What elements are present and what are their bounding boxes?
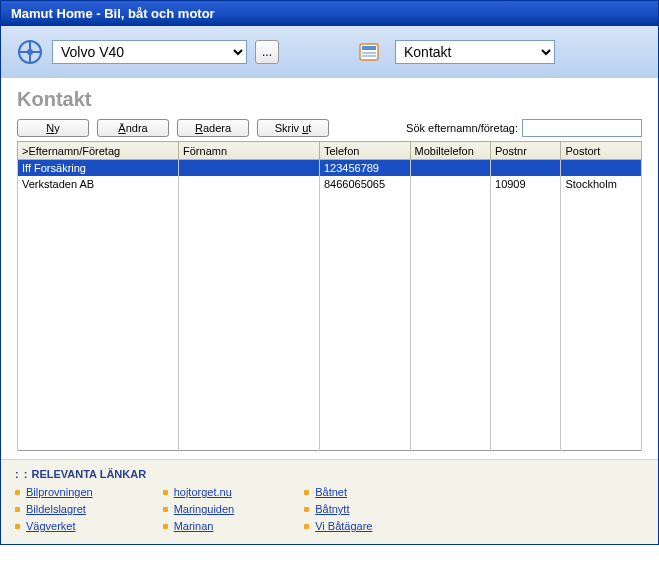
cell: 10909 [491, 176, 561, 192]
table-row[interactable]: Verkstaden AB846606506510909Stockholm [18, 176, 642, 192]
delete-button[interactable]: Radera [177, 119, 249, 137]
links-section: : : RELEVANTA LÄNKAR BilprovningenBildel… [1, 459, 658, 544]
link[interactable]: hojtorget.nu [174, 486, 232, 498]
bullet-icon [15, 524, 20, 529]
page-title: Kontakt [17, 88, 642, 111]
col-phone[interactable]: Telefon [319, 142, 410, 160]
cell [410, 160, 491, 177]
wheel-icon [16, 38, 44, 66]
cell [561, 160, 642, 177]
bullet-icon [163, 490, 168, 495]
col-lastname[interactable]: >Efternamn/Företag [18, 142, 179, 160]
svg-rect-5 [362, 46, 376, 50]
title-bar: Mamut Home - Bil, båt och motor [1, 1, 658, 26]
bullet-icon [304, 524, 309, 529]
cell: 123456789 [319, 160, 410, 177]
cell [179, 160, 320, 177]
links-title: : : RELEVANTA LÄNKAR [15, 468, 644, 480]
contact-icon [355, 38, 383, 66]
link-item: hojtorget.nu [163, 486, 235, 498]
link-item: Maringuiden [163, 503, 235, 515]
content-area: Kontakt Ny Ändra Radera Skriv ut Sök eft… [1, 78, 658, 459]
link[interactable]: Bildelslagret [26, 503, 86, 515]
col-postort[interactable]: Postort [561, 142, 642, 160]
new-button[interactable]: Ny [17, 119, 89, 137]
search-wrap: Sök efternamn/företag: [406, 119, 642, 137]
app-window: Mamut Home - Bil, båt och motor Volvo V4… [0, 0, 659, 545]
bullet-icon [304, 507, 309, 512]
link[interactable]: Bilprovningen [26, 486, 93, 498]
section-dropdown[interactable]: Kontakt [395, 40, 555, 64]
cell [179, 176, 320, 192]
search-input[interactable] [522, 119, 642, 137]
link-item: Bilprovningen [15, 486, 93, 498]
cell: Stockholm [561, 176, 642, 192]
col-mobile[interactable]: Mobiltelefon [410, 142, 491, 160]
bullet-icon [15, 507, 20, 512]
link[interactable]: Vägverket [26, 520, 76, 532]
link[interactable]: Marinan [174, 520, 214, 532]
window-title: Mamut Home - Bil, båt och motor [11, 6, 215, 21]
links-column: BilprovningenBildelslagretVägverket [15, 486, 93, 532]
print-button[interactable]: Skriv ut [257, 119, 329, 137]
bullet-icon [15, 490, 20, 495]
links-columns: BilprovningenBildelslagretVägverkethojto… [15, 486, 644, 532]
link-item: Båtnytt [304, 503, 372, 515]
cell: 8466065065 [319, 176, 410, 192]
vehicle-dropdown[interactable]: Volvo V40 [52, 40, 247, 64]
link-item: Marinan [163, 520, 235, 532]
grid-header-row: >Efternamn/Företag Förnamn Telefon Mobil… [18, 142, 642, 160]
cell [410, 176, 491, 192]
link[interactable]: Vi Båtägare [315, 520, 372, 532]
toolbar: Volvo V40 ... Kontakt [1, 26, 658, 78]
contacts-grid[interactable]: >Efternamn/Företag Förnamn Telefon Mobil… [17, 141, 642, 451]
filler-row [18, 192, 642, 451]
action-bar: Ny Ändra Radera Skriv ut Sök efternamn/f… [17, 119, 642, 137]
bullet-icon [163, 524, 168, 529]
links-column: hojtorget.nuMaringuidenMarinan [163, 486, 235, 532]
cell: Iff Forsäkring [18, 160, 179, 177]
table-row[interactable]: Iff Forsäkring123456789 [18, 160, 642, 177]
col-postnr[interactable]: Postnr [491, 142, 561, 160]
edit-button[interactable]: Ändra [97, 119, 169, 137]
link[interactable]: Båtnet [315, 486, 347, 498]
col-firstname[interactable]: Förnamn [179, 142, 320, 160]
search-label: Sök efternamn/företag: [406, 122, 518, 134]
cell [491, 160, 561, 177]
bullet-icon [304, 490, 309, 495]
link[interactable]: Maringuiden [174, 503, 235, 515]
link-item: Vägverket [15, 520, 93, 532]
cell: Verkstaden AB [18, 176, 179, 192]
link-item: Vi Båtägare [304, 520, 372, 532]
bullet-icon [163, 507, 168, 512]
more-button[interactable]: ... [255, 40, 279, 64]
link[interactable]: Båtnytt [315, 503, 349, 515]
link-item: Båtnet [304, 486, 372, 498]
links-column: BåtnetBåtnyttVi Båtägare [304, 486, 372, 532]
link-item: Bildelslagret [15, 503, 93, 515]
